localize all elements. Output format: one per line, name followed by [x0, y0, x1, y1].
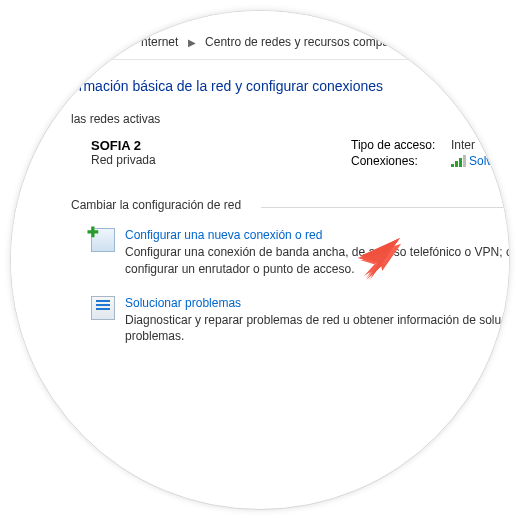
network-type: Red privada — [91, 153, 351, 167]
wifi-signal-icon — [451, 155, 465, 167]
setup-new-connection-option[interactable]: Configurar una nueva conexión o red Conf… — [91, 228, 510, 278]
troubleshoot-desc: Diagnosticar y reparar problemas de red … — [125, 312, 510, 346]
chevron-right-icon: ▶ — [428, 37, 436, 48]
change-settings-label: Cambiar la configuración de red — [71, 198, 510, 212]
troubleshoot-option[interactable]: Solucionar problemas Diagnosticar y repa… — [91, 296, 510, 346]
network-name: SOFIA 2 — [91, 138, 351, 153]
access-type-label: Tipo de acceso: — [351, 138, 451, 152]
active-networks-label: las redes activas — [71, 112, 510, 126]
access-type-value: Inter — [451, 138, 475, 152]
troubleshoot-icon — [91, 296, 115, 320]
page-title: ormación básica de la red y configurar c… — [71, 78, 510, 94]
connection-link[interactable]: Solve — [469, 154, 499, 168]
breadcrumb-part-internet[interactable]: nternet — [141, 35, 178, 49]
setup-connection-icon — [91, 228, 115, 252]
setup-connection-title: Configurar una nueva conexión o red — [125, 228, 510, 242]
setup-connection-desc: Configurar una conexión de banda ancha, … — [125, 244, 510, 278]
troubleshoot-title: Solucionar problemas — [125, 296, 510, 310]
chevron-right-icon: ▶ — [188, 37, 196, 48]
breadcrumb[interactable]: nternet ▶ Centro de redes y recursos com… — [11, 31, 510, 60]
breadcrumb-part-network-center[interactable]: Centro de redes y recursos compartidos — [205, 35, 418, 49]
active-network-block: SOFIA 2 Red privada Tipo de acceso: Inte… — [71, 132, 510, 194]
connections-label: Conexiones: — [351, 154, 451, 168]
